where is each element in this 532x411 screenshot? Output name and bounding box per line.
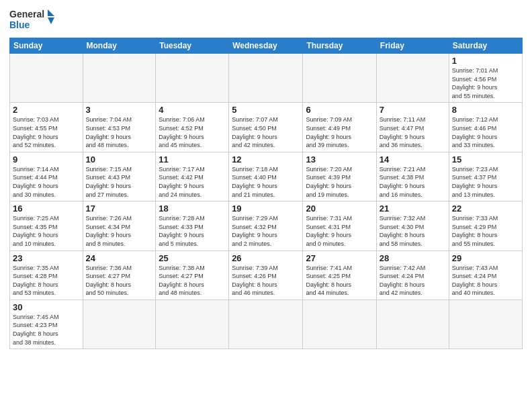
day-number: 9 — [13, 154, 80, 165]
header-monday: Monday — [83, 38, 156, 54]
header-saturday: Saturday — [449, 38, 522, 54]
calendar-cell: 27Sunrise: 7:41 AMSunset: 4:25 PMDayligh… — [303, 250, 376, 300]
calendar-cell — [376, 300, 449, 349]
day-number: 30 — [13, 302, 80, 312]
header-friday: Friday — [376, 38, 449, 54]
day-info: Sunrise: 7:12 AMSunset: 4:46 PMDaylight:… — [452, 116, 519, 149]
calendar-cell — [229, 54, 303, 103]
day-info: Sunrise: 7:07 AMSunset: 4:50 PMDaylight:… — [232, 116, 300, 149]
day-number: 16 — [13, 203, 80, 214]
day-info: Sunrise: 7:21 AMSunset: 4:38 PMDaylight:… — [380, 165, 446, 199]
day-info: Sunrise: 7:23 AMSunset: 4:37 PMDaylight:… — [452, 165, 519, 199]
day-number: 19 — [232, 203, 300, 214]
calendar-cell: 22Sunrise: 7:33 AMSunset: 4:29 PMDayligh… — [449, 201, 522, 250]
day-info: Sunrise: 7:38 AMSunset: 4:27 PMDaylight:… — [159, 264, 226, 298]
calendar-cell: 28Sunrise: 7:42 AMSunset: 4:24 PMDayligh… — [376, 250, 449, 300]
calendar-cell: 10Sunrise: 7:15 AMSunset: 4:43 PMDayligh… — [83, 152, 156, 201]
calendar-cell: 3Sunrise: 7:04 AMSunset: 4:53 PMDaylight… — [83, 103, 156, 152]
day-number: 17 — [86, 203, 153, 214]
day-number: 28 — [380, 253, 446, 263]
day-number: 7 — [380, 105, 446, 115]
day-info: Sunrise: 7:06 AMSunset: 4:52 PMDaylight:… — [159, 116, 226, 149]
day-info: Sunrise: 7:18 AMSunset: 4:40 PMDaylight:… — [232, 165, 300, 199]
day-number: 14 — [380, 154, 446, 165]
calendar-cell: 26Sunrise: 7:39 AMSunset: 4:26 PMDayligh… — [229, 250, 303, 300]
day-number: 29 — [452, 253, 519, 263]
day-info: Sunrise: 7:04 AMSunset: 4:53 PMDaylight:… — [86, 116, 153, 149]
calendar-cell: 9Sunrise: 7:14 AMSunset: 4:44 PMDaylight… — [10, 152, 83, 201]
day-info: Sunrise: 7:42 AMSunset: 4:24 PMDaylight:… — [380, 264, 446, 298]
day-number: 27 — [306, 253, 373, 263]
day-number: 13 — [306, 154, 373, 165]
day-info: Sunrise: 7:01 AMSunset: 4:56 PMDaylight:… — [452, 66, 519, 100]
day-number: 21 — [380, 203, 446, 214]
day-info: Sunrise: 7:29 AMSunset: 4:32 PMDaylight:… — [232, 214, 300, 248]
day-number: 24 — [86, 253, 153, 263]
calendar-cell — [449, 300, 522, 349]
day-number: 15 — [452, 154, 519, 165]
calendar-cell: 4Sunrise: 7:06 AMSunset: 4:52 PMDaylight… — [156, 103, 229, 152]
calendar: SundayMondayTuesdayWednesdayThursdayFrid… — [9, 38, 523, 349]
day-info: Sunrise: 7:14 AMSunset: 4:44 PMDaylight:… — [13, 165, 80, 199]
day-number: 11 — [159, 154, 226, 165]
calendar-cell: 1Sunrise: 7:01 AMSunset: 4:56 PMDaylight… — [449, 54, 522, 103]
calendar-cell — [303, 300, 376, 349]
calendar-cell: 17Sunrise: 7:26 AMSunset: 4:34 PMDayligh… — [83, 201, 156, 250]
calendar-cell: 18Sunrise: 7:28 AMSunset: 4:33 PMDayligh… — [156, 201, 229, 250]
day-info: Sunrise: 7:35 AMSunset: 4:28 PMDaylight:… — [13, 264, 80, 298]
calendar-cell: 8Sunrise: 7:12 AMSunset: 4:46 PMDaylight… — [449, 103, 522, 152]
header-wednesday: Wednesday — [229, 38, 303, 54]
day-info: Sunrise: 7:31 AMSunset: 4:31 PMDaylight:… — [306, 214, 373, 248]
calendar-cell — [229, 300, 303, 349]
day-number: 12 — [232, 154, 300, 165]
calendar-body: 1Sunrise: 7:01 AMSunset: 4:56 PMDaylight… — [10, 54, 523, 349]
day-info: Sunrise: 7:11 AMSunset: 4:47 PMDaylight:… — [380, 116, 446, 149]
svg-text:Blue: Blue — [9, 19, 30, 30]
calendar-cell: 16Sunrise: 7:25 AMSunset: 4:35 PMDayligh… — [10, 201, 83, 250]
calendar-header: SundayMondayTuesdayWednesdayThursdayFrid… — [10, 38, 523, 54]
day-number: 5 — [232, 105, 300, 115]
calendar-cell — [303, 54, 376, 103]
day-info: Sunrise: 7:15 AMSunset: 4:43 PMDaylight:… — [86, 165, 153, 199]
svg-text:General: General — [9, 9, 44, 19]
day-info: Sunrise: 7:43 AMSunset: 4:24 PMDaylight:… — [452, 264, 519, 298]
day-info: Sunrise: 7:45 AMSunset: 4:23 PMDaylight:… — [13, 313, 80, 347]
day-number: 4 — [159, 105, 226, 115]
day-info: Sunrise: 7:28 AMSunset: 4:33 PMDaylight:… — [159, 214, 226, 248]
day-number: 6 — [306, 105, 373, 115]
week-row-5: 30Sunrise: 7:45 AMSunset: 4:23 PMDayligh… — [10, 300, 523, 349]
day-info: Sunrise: 7:39 AMSunset: 4:26 PMDaylight:… — [232, 264, 300, 298]
header-sunday: Sunday — [10, 38, 83, 54]
calendar-cell: 12Sunrise: 7:18 AMSunset: 4:40 PMDayligh… — [229, 152, 303, 201]
calendar-cell — [156, 54, 229, 103]
day-info: Sunrise: 7:03 AMSunset: 4:55 PMDaylight:… — [13, 116, 80, 149]
calendar-cell: 30Sunrise: 7:45 AMSunset: 4:23 PMDayligh… — [10, 300, 83, 349]
day-number: 20 — [306, 203, 373, 214]
calendar-cell: 14Sunrise: 7:21 AMSunset: 4:38 PMDayligh… — [376, 152, 449, 201]
day-number: 10 — [86, 154, 153, 165]
logo-svg: General Blue — [9, 7, 56, 32]
day-info: Sunrise: 7:09 AMSunset: 4:49 PMDaylight:… — [306, 116, 373, 149]
calendar-cell — [83, 54, 156, 103]
day-number: 26 — [232, 253, 300, 263]
day-number: 3 — [86, 105, 153, 115]
calendar-cell: 7Sunrise: 7:11 AMSunset: 4:47 PMDaylight… — [376, 103, 449, 152]
day-info: Sunrise: 7:33 AMSunset: 4:29 PMDaylight:… — [452, 214, 519, 248]
calendar-cell: 25Sunrise: 7:38 AMSunset: 4:27 PMDayligh… — [156, 250, 229, 300]
calendar-cell: 6Sunrise: 7:09 AMSunset: 4:49 PMDaylight… — [303, 103, 376, 152]
week-row-0: 1Sunrise: 7:01 AMSunset: 4:56 PMDaylight… — [10, 54, 523, 103]
day-info: Sunrise: 7:20 AMSunset: 4:39 PMDaylight:… — [306, 165, 373, 199]
week-row-2: 9Sunrise: 7:14 AMSunset: 4:44 PMDaylight… — [10, 152, 523, 201]
logo: General Blue — [9, 7, 56, 32]
day-number: 25 — [159, 253, 226, 263]
calendar-cell: 13Sunrise: 7:20 AMSunset: 4:39 PMDayligh… — [303, 152, 376, 201]
week-row-3: 16Sunrise: 7:25 AMSunset: 4:35 PMDayligh… — [10, 201, 523, 250]
calendar-cell — [376, 54, 449, 103]
week-row-1: 2Sunrise: 7:03 AMSunset: 4:55 PMDaylight… — [10, 103, 523, 152]
header-thursday: Thursday — [303, 38, 376, 54]
calendar-cell — [10, 54, 83, 103]
calendar-cell: 29Sunrise: 7:43 AMSunset: 4:24 PMDayligh… — [449, 250, 522, 300]
calendar-cell: 21Sunrise: 7:32 AMSunset: 4:30 PMDayligh… — [376, 201, 449, 250]
day-number: 8 — [452, 105, 519, 115]
day-number: 23 — [13, 253, 80, 263]
